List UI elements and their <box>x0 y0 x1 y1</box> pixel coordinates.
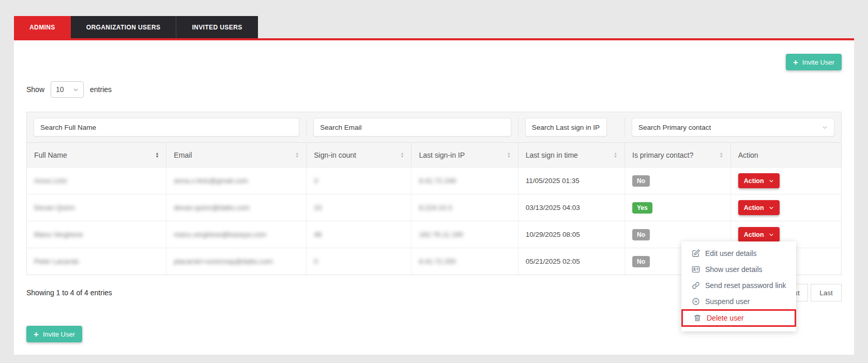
show-label: Show <box>26 85 44 94</box>
cell-email: devan.quinn@datto.com <box>166 194 306 221</box>
trash-icon <box>693 314 702 322</box>
pagination-last-button[interactable]: Last <box>811 284 842 301</box>
id-card-icon <box>692 265 700 274</box>
sort-icon[interactable]: ▲▼ <box>155 152 159 158</box>
column-header-email[interactable]: Email ▲▼ <box>166 143 306 167</box>
entries-label: entries <box>90 85 112 94</box>
chevron-down-icon <box>73 87 79 93</box>
tab-invited-users[interactable]: INVITED USERS <box>176 16 257 38</box>
action-button-open[interactable]: Action <box>738 227 780 242</box>
menu-item-label: Send reset password link <box>705 281 786 290</box>
cell-last-sign-in-time: 11/05/2025 01:35 <box>518 168 625 194</box>
plus-icon: + <box>34 330 39 339</box>
column-label: Full Name <box>34 151 67 159</box>
menu-item-label: Show user details <box>705 265 763 274</box>
chevron-down-icon <box>769 232 774 237</box>
invite-user-label: Invite User <box>43 330 75 338</box>
column-label: Action <box>738 151 758 159</box>
cell-action: Action <box>730 194 841 221</box>
chevron-down-icon <box>822 125 828 130</box>
entries-summary: Showing 1 to 4 of 4 entries <box>26 289 112 297</box>
column-header-last-sign-in-ip[interactable]: Last sign-in IP ▲▼ <box>411 143 517 167</box>
column-label: Last sign-in IP <box>419 151 465 159</box>
search-last-sign-in-ip-input[interactable] <box>525 118 607 137</box>
primary-contact-select-placeholder: Search Primary contact <box>638 124 711 131</box>
cell-is-primary-contact: No <box>625 168 730 194</box>
cell-email: manu.verghese@kaseya.com <box>166 221 306 248</box>
column-header-is-primary-contact[interactable]: Is primary contact? ▲▼ <box>625 143 730 167</box>
pause-circle-icon <box>692 297 700 306</box>
cell-last-sign-in-ip: 8.41.72.250 <box>411 248 517 275</box>
column-header-sign-in-count[interactable]: Sign-in count ▲▼ <box>306 143 411 167</box>
column-header-action: Action <box>730 143 841 167</box>
tab-organization-users[interactable]: ORGANIZATION USERS <box>71 16 176 38</box>
cell-email: placarski+sonicmay@datto.com <box>166 248 306 275</box>
primary-contact-badge: Yes <box>632 202 652 214</box>
search-primary-contact-select[interactable]: Search Primary contact <box>632 118 834 137</box>
action-button[interactable]: Action <box>738 200 780 215</box>
search-full-name-input[interactable] <box>34 118 299 137</box>
action-button-label: Action <box>744 204 764 211</box>
cell-last-sign-in-ip: 8.224.10.3 <box>411 194 517 221</box>
cell-email: anna.x.lintz@gmail.com <box>166 168 306 194</box>
entries-control: Show 10 entries <box>26 81 842 98</box>
cell-last-sign-in-time: 10/29/2025 08:05 <box>518 221 625 248</box>
cell-sign-in-count: 3 <box>306 168 411 194</box>
menu-item-send-reset-password-link[interactable]: Send reset password link <box>681 277 796 293</box>
tab-bar: ADMINS ORGANIZATION USERS INVITED USERS <box>14 16 854 38</box>
invite-user-button-top[interactable]: + Invite User <box>786 54 842 70</box>
cell-is-primary-contact: Yes <box>625 194 730 221</box>
menu-item-show-user-details[interactable]: Show user details <box>681 261 796 277</box>
cell-full-name: Manu Verghese <box>27 221 166 248</box>
sort-icon[interactable]: ▲▼ <box>295 152 299 158</box>
column-label: Is primary contact? <box>632 151 693 159</box>
menu-item-label: Suspend user <box>705 297 750 306</box>
cell-sign-in-count: 48 <box>306 221 411 248</box>
link-icon <box>692 281 700 290</box>
cell-action: Action <box>730 168 841 194</box>
chevron-down-icon <box>769 178 774 184</box>
sort-icon[interactable]: ▲▼ <box>720 152 723 158</box>
cell-last-sign-in-ip: 182.76.11.190 <box>411 221 517 248</box>
page-size-select[interactable]: 10 <box>51 81 84 98</box>
menu-item-delete-user[interactable]: Delete user <box>681 309 796 327</box>
filter-cell-last-sign-in-ip <box>518 118 625 137</box>
cell-last-sign-in-ip: 8.41.72.249 <box>411 168 517 194</box>
action-button[interactable]: Action <box>738 173 780 188</box>
search-email-input[interactable] <box>313 118 511 137</box>
table-header-row: Full Name ▲▼ Email ▲▼ Sign-in count ▲▼ L… <box>27 142 841 167</box>
menu-item-label: Edit user details <box>705 249 757 258</box>
cell-last-sign-in-time: 05/21/2025 02:05 <box>518 248 625 275</box>
sort-icon[interactable]: ▲▼ <box>507 152 511 158</box>
filter-row: Search Primary contact <box>27 112 841 142</box>
cell-sign-in-count: 0 <box>306 248 411 275</box>
cell-last-sign-in-time: 03/13/2025 04:03 <box>518 194 625 221</box>
action-dropdown-menu: Edit user details Show user details Send… <box>681 241 796 331</box>
chevron-down-icon <box>769 205 774 210</box>
sort-icon[interactable]: ▲▼ <box>614 152 617 158</box>
column-header-last-sign-in-time[interactable]: Last sign in time ▲▼ <box>518 143 625 167</box>
column-header-full-name[interactable]: Full Name ▲▼ <box>27 143 166 167</box>
page-size-value: 10 <box>56 85 64 94</box>
sort-icon[interactable]: ▲▼ <box>400 152 404 158</box>
cell-full-name: Peter Lacarski <box>27 248 166 275</box>
table-row: Devan Quinn devan.quinn@datto.com 23 8.2… <box>27 194 841 221</box>
filter-cell-full-name <box>27 118 306 137</box>
action-button-label: Action <box>744 231 764 238</box>
plus-icon: + <box>793 58 798 67</box>
menu-item-suspend-user[interactable]: Suspend user <box>681 293 796 309</box>
filter-cell-primary-contact: Search Primary contact <box>625 118 841 137</box>
cell-full-name: Anna Lintz <box>27 168 166 194</box>
action-button-label: Action <box>744 177 764 185</box>
column-label: Email <box>174 151 192 159</box>
column-label: Sign-in count <box>314 151 356 159</box>
table-row: Anna Lintz anna.x.lintz@gmail.com 3 8.41… <box>27 167 841 194</box>
primary-contact-badge: No <box>632 256 650 267</box>
column-label: Last sign in time <box>526 151 578 159</box>
menu-item-edit-user-details[interactable]: Edit user details <box>681 245 796 261</box>
menu-item-label: Delete user <box>707 314 744 322</box>
primary-contact-badge: No <box>632 175 650 187</box>
cell-sign-in-count: 23 <box>306 194 411 221</box>
invite-user-button-bottom[interactable]: + Invite User <box>26 326 82 342</box>
tab-admins[interactable]: ADMINS <box>14 16 71 38</box>
